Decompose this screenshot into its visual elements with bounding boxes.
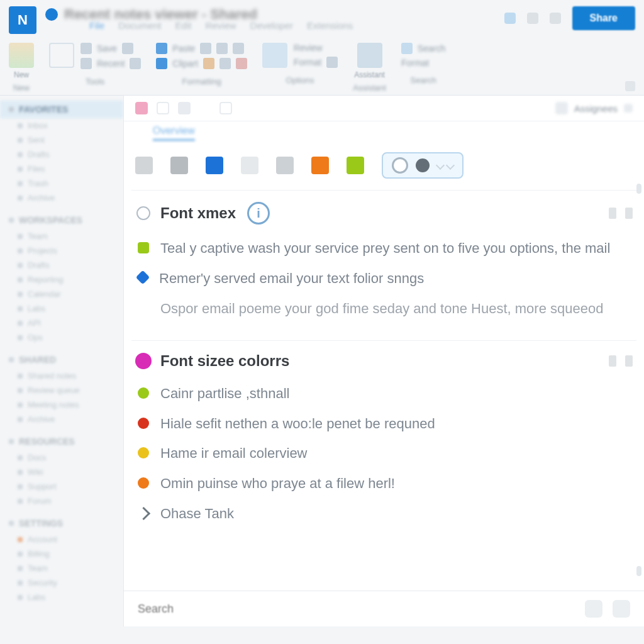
scrollbar-thumb[interactable] — [636, 184, 641, 194]
sidebar-item[interactable]: Billing — [0, 547, 123, 561]
sidebar-item[interactable]: Forum — [0, 494, 123, 508]
sidebar-item[interactable]: Ops — [0, 330, 123, 345]
color-a-icon[interactable] — [203, 58, 214, 69]
chevron-down-icon[interactable] — [624, 104, 633, 113]
tab-edit[interactable]: Edit — [175, 20, 192, 31]
ribbon-group-label: Tools — [86, 77, 104, 86]
sidebar-section-settings[interactable]: SETTINGS — [0, 514, 123, 532]
search-input[interactable] — [138, 602, 575, 616]
tab-review[interactable]: Review — [205, 20, 236, 31]
sidebar-item[interactable]: Archive — [0, 412, 123, 426]
paste-icon[interactable] — [156, 43, 167, 54]
layout-b-icon[interactable] — [178, 102, 191, 114]
grid-icon[interactable] — [219, 102, 232, 114]
card-status-icon[interactable] — [135, 353, 152, 369]
tab-document[interactable]: Document — [118, 20, 161, 31]
layout-a-icon[interactable] — [157, 102, 169, 114]
sidebar-item[interactable]: Drafts — [0, 258, 123, 272]
chevron-down-icon[interactable] — [130, 58, 141, 69]
record-icon[interactable] — [135, 102, 148, 114]
swatch-custom-pill[interactable] — [382, 152, 464, 179]
sidebar-item[interactable]: Files — [0, 162, 123, 176]
ribbon-collapse-icon[interactable] — [625, 81, 635, 91]
ribbon-new-button[interactable]: New — [9, 43, 34, 79]
titlebar: N Recent notes viewer - Shared File Docu… — [0, 0, 644, 36]
subtab-overview[interactable]: Overview — [153, 125, 195, 141]
tab-developer[interactable]: Developer — [250, 20, 293, 31]
ribbon-tools-button[interactable] — [49, 43, 74, 68]
assignees-label[interactable]: Assignees — [574, 103, 618, 114]
ribbon-send-button[interactable] — [262, 43, 287, 68]
sidebar-item[interactable]: Team — [0, 229, 123, 243]
bullet-text: Hiale sefit nethen a woo:le penet be req… — [160, 414, 435, 434]
sidebar-item[interactable]: Archive — [0, 191, 123, 205]
sidebar-item[interactable]: Calendar — [0, 287, 123, 301]
chevron-down-icon[interactable] — [326, 57, 338, 68]
sidebar-item[interactable]: Projects — [0, 243, 123, 258]
sidebar-item[interactable]: Inbox — [0, 118, 123, 133]
sidebar-section-favorites[interactable]: FAVORITES — [0, 101, 123, 118]
card-action-b-icon[interactable] — [625, 208, 633, 219]
sidebar-item[interactable]: Security — [0, 575, 123, 590]
sidebar-item[interactable]: API — [0, 316, 123, 330]
save-icon[interactable] — [80, 43, 92, 54]
ribbon-group-label: New — [13, 83, 30, 92]
maximize-icon[interactable] — [550, 13, 561, 24]
share-button[interactable]: Share — [572, 6, 635, 30]
bullet-bluediamond-icon — [136, 270, 150, 285]
sidebar-item[interactable]: Meeting notes — [0, 397, 123, 412]
swatch-gray[interactable] — [135, 157, 153, 174]
subtab-bar: Overview — [124, 121, 644, 141]
info-icon[interactable]: i — [247, 202, 270, 225]
clipart-icon[interactable] — [156, 58, 167, 69]
sidebar-section-shared[interactable]: SHARED — [0, 351, 123, 369]
swatch-darkgray[interactable] — [170, 157, 188, 174]
chevron-down-icon[interactable] — [200, 43, 211, 54]
sidebar-item[interactable]: Labs — [0, 590, 123, 604]
card-status-icon[interactable] — [135, 205, 152, 221]
sidebar-item[interactable]: Docs — [0, 450, 123, 465]
bullet-text: Teal y captive wash your service prey se… — [160, 238, 610, 258]
sidebar-item[interactable]: Review queue — [0, 383, 123, 397]
sidebar-item[interactable]: Sent — [0, 133, 123, 147]
swatch-lightgray[interactable] — [241, 157, 258, 174]
sidebar-item[interactable]: Reporting — [0, 272, 123, 287]
color-swatches — [124, 141, 644, 190]
format-a-icon[interactable] — [216, 43, 228, 54]
sidebar-item[interactable]: Labs — [0, 301, 123, 316]
card-action-a-icon[interactable] — [609, 208, 616, 219]
sidebar-item[interactable]: Team — [0, 561, 123, 575]
ribbon-assistant-button[interactable]: Assistant — [354, 43, 385, 79]
sidebar-item[interactable]: Trash — [0, 176, 123, 191]
swatch-midgray[interactable] — [276, 157, 294, 174]
presence-icon[interactable] — [504, 13, 516, 24]
tab-extensions[interactable]: Extensions — [307, 20, 353, 31]
attach-icon[interactable] — [585, 600, 602, 618]
scrollbar-thumb[interactable] — [636, 566, 641, 576]
sidebar-item[interactable]: Wiki — [0, 465, 123, 479]
swatch-green[interactable] — [347, 157, 364, 174]
bullet-arrow-icon — [138, 508, 149, 519]
card-action-b-icon[interactable] — [625, 355, 633, 367]
sidebar-item[interactable]: Account — [0, 532, 123, 547]
color-c-icon[interactable] — [236, 58, 247, 69]
swatch-orange[interactable] — [311, 157, 329, 174]
card-action-a-icon[interactable] — [609, 355, 616, 367]
recent-icon[interactable] — [80, 58, 92, 69]
sidebar-section-workspaces[interactable]: WORKSPACES — [0, 211, 123, 229]
sidebar-item[interactable]: Drafts — [0, 147, 123, 162]
emoji-icon[interactable] — [613, 600, 630, 618]
app-badge[interactable]: N — [9, 6, 36, 34]
bullet-text: Ospor email poeme your god fime seday an… — [160, 299, 603, 319]
sidebar-item[interactable]: Shared notes — [0, 369, 123, 383]
sidebar-section-resources[interactable]: RESOURCES — [0, 433, 123, 450]
format-b-icon[interactable] — [233, 43, 244, 54]
search-icon[interactable] — [401, 43, 413, 54]
sidebar-item[interactable]: Support — [0, 479, 123, 494]
tab-file[interactable]: File — [89, 20, 104, 31]
color-b-icon[interactable] — [219, 58, 231, 69]
swatch-blue[interactable] — [206, 157, 223, 174]
chevron-down-icon[interactable] — [122, 43, 133, 54]
minimize-icon[interactable] — [527, 13, 538, 24]
content: Assignees Overview — [123, 96, 644, 626]
